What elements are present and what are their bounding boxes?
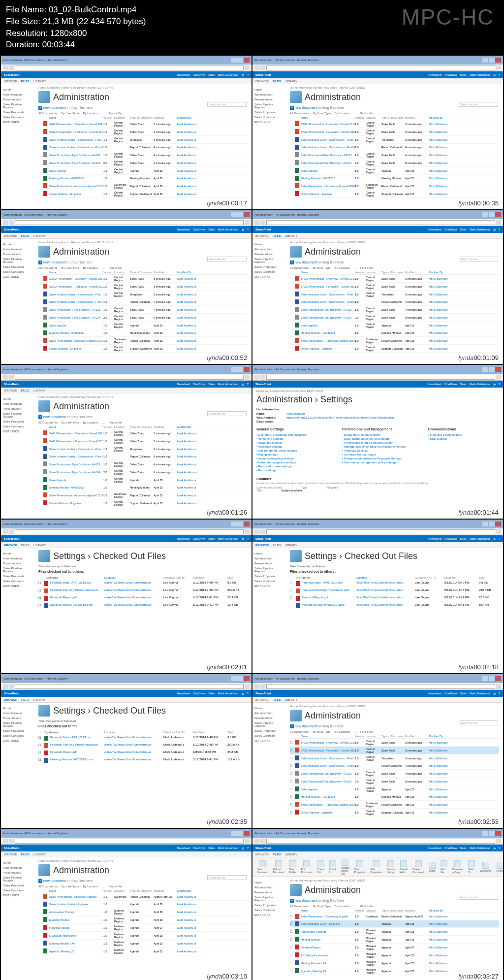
view-link[interactable]: All Documents: [290, 905, 309, 908]
table-row[interactable]: SAEU Presentation - Overview - Overall 2…: [38, 429, 248, 437]
modifiedby-cell[interactable]: Mark Abdelnour: [429, 954, 453, 957]
newsfeed-link[interactable]: Newsfeed: [177, 692, 190, 695]
view-link[interactable]: By User Type: [62, 112, 79, 115]
checked-out-to[interactable]: Lee Gayna: [415, 596, 444, 601]
minimize-button[interactable]: [482, 831, 488, 836]
sidebar-item[interactable]: Sales Proposals: [254, 110, 284, 115]
column-header[interactable]: Location: [114, 271, 130, 274]
settings-link[interactable]: • List name, description and navigation: [256, 433, 327, 437]
gear-icon[interactable]: ⚙: [493, 73, 496, 77]
table-row[interactable]: ☐Sales Promotional Flyer Brochure - AA12…: [290, 778, 499, 785]
tab-browse[interactable]: BROWSE: [4, 698, 17, 701]
view-link[interactable]: By Location: [83, 885, 98, 888]
sidebar-item[interactable]: Sales Contracts: [3, 424, 32, 429]
column-header[interactable]: [43, 116, 49, 119]
col-name[interactable]: Title: [256, 489, 261, 492]
location-link[interactable]: /sites/TwoTrees/Lists/Administration: [104, 736, 163, 741]
file-name-link[interactable]: Sales Presentation - Accessory Apparel 2…: [301, 803, 355, 806]
window-controls[interactable]: [231, 831, 250, 836]
table-row[interactable]: Sales Presentation - Accessory Apparel 2…: [38, 491, 248, 499]
settings-link[interactable]: • Permissions for this document library: [342, 441, 413, 445]
modifiedby-cell[interactable]: Mark Abdelnour: [177, 331, 202, 334]
maximize-button[interactable]: [489, 831, 495, 836]
modifiedby-cell[interactable]: Mark Abdelnour: [429, 803, 453, 806]
sidebar-item[interactable]: Administration: [254, 92, 284, 97]
location-link[interactable]: /sites/TwoTrees/Lists/Administration: [104, 588, 163, 594]
file-name-link[interactable]: Sales Invitation Letter - Submissions - …: [49, 448, 103, 451]
file-name-link[interactable]: Meeting Minutes: [301, 938, 355, 941]
window-controls[interactable]: [231, 58, 250, 63]
file-name-link[interactable]: Sales Invitation Letter - Engineer: [49, 903, 103, 906]
row-checkbox[interactable]: ☐: [38, 758, 44, 763]
view-link[interactable]: By User Type: [313, 266, 331, 269]
location-link[interactable]: /sites/TwoTrees/Lists/Administration: [356, 588, 415, 594]
modifiedby-cell[interactable]: Mark Abdelnour: [429, 293, 453, 296]
modifiedby-cell[interactable]: Mark Abdelnour: [429, 930, 453, 933]
table-row[interactable]: Accessories Training1.0Midwest RegionAge…: [38, 908, 248, 916]
sidebar-item[interactable]: Presentations: [254, 252, 284, 257]
file-name[interactable]: Financial Planning Presentation.pptx: [302, 588, 356, 594]
view-link[interactable]: ...: [102, 885, 105, 888]
close-button[interactable]: [244, 522, 250, 526]
newsfeed-link[interactable]: Newsfeed: [177, 228, 190, 231]
address-bar[interactable]: [266, 220, 495, 225]
ribbon-button[interactable]: Delete Document: [411, 860, 425, 874]
modifiedby-cell[interactable]: Mark Abdelnour: [429, 177, 453, 180]
column-header[interactable]: Name: [50, 731, 104, 734]
table-row[interactable]: Online Webinar - Engineer1.0Central Regi…: [290, 190, 499, 198]
file-name-link[interactable]: Sales Promotional Flyer Brochure - AA124: [49, 162, 103, 164]
file-name[interactable]: Meeting Minutes 04082013.docx: [50, 603, 104, 609]
address-bar[interactable]: [266, 684, 495, 689]
table-row[interactable]: E-Catalog Accessories1.0Midwest RegionAg…: [38, 932, 248, 940]
sidebar-item[interactable]: EDIT LINKS: [254, 584, 284, 588]
column-header[interactable]: [38, 425, 43, 428]
column-header[interactable]: Checked Out To: [415, 576, 444, 579]
sidebar-item[interactable]: Presentations: [254, 890, 284, 895]
sidebar-item[interactable]: Presentations: [3, 97, 32, 102]
minimize-button[interactable]: [231, 676, 237, 681]
tab-files[interactable]: FILES: [21, 234, 30, 237]
column-header[interactable]: Modified: [154, 116, 177, 119]
table-row[interactable]: Sales Invitation Letter - Submissions - …: [290, 136, 499, 144]
minimize-button[interactable]: [231, 522, 237, 526]
row-checkbox[interactable]: ☐: [290, 588, 296, 594]
table-row[interactable]: Sales Agenda1.0Central RegionAgendaApril…: [290, 322, 499, 329]
file-name-link[interactable]: SAEU Presentation - Forecasts - Overall …: [301, 131, 355, 133]
sidebar-item[interactable]: EDIT LINKS: [3, 120, 32, 125]
sidebar-item[interactable]: Administration: [3, 865, 32, 870]
modifiedby-cell[interactable]: Mark Abdelnour: [177, 347, 202, 350]
column-header[interactable]: [38, 271, 43, 274]
column-header[interactable]: Name: [49, 271, 103, 274]
view-link[interactable]: Find a file: [360, 905, 373, 908]
column-header[interactable]: Modified By: [429, 909, 453, 912]
column-header[interactable]: Modified By: [177, 271, 202, 274]
sidebar-item[interactable]: EDIT LINKS: [254, 913, 284, 917]
view-link[interactable]: ...: [102, 112, 105, 115]
modifiedby-cell[interactable]: Mark Abdelnour: [429, 757, 453, 760]
minimize-button[interactable]: [231, 58, 237, 63]
minimize-button[interactable]: [482, 676, 488, 681]
user-name[interactable]: Mark Abdelnour: [470, 847, 490, 849]
ribbon-button[interactable]: View Properties: [353, 860, 367, 874]
checked-out-to[interactable]: Mark Abdelnour: [163, 758, 193, 763]
settings-link[interactable]: • Audience targeting settings: [256, 457, 327, 460]
help-icon[interactable]: ?: [499, 537, 500, 540]
minimize-button[interactable]: [231, 831, 237, 836]
table-row[interactable]: Sales Presentation - Accessory Apparel 2…: [38, 337, 248, 345]
table-row[interactable]: Sales Promotional Flyer Brochure - AA123…: [290, 151, 499, 159]
settings-link[interactable]: • Form settings: [256, 468, 327, 472]
user-name[interactable]: Mark Abdelnour: [218, 847, 239, 849]
view-link[interactable]: By Location: [83, 112, 98, 115]
column-header[interactable]: Name: [49, 425, 103, 428]
table-row[interactable]: Sales Invitation Letter - Submissions - …: [38, 445, 248, 453]
sidebar-item[interactable]: Sales Contracts: [3, 579, 32, 584]
table-row[interactable]: Sales Presentation - Accessory Apparel 2…: [38, 182, 248, 190]
gear-icon[interactable]: ⚙: [493, 228, 496, 231]
file-name[interactable]: Financial Planning Presentation.pptx: [50, 743, 104, 749]
file-name-link[interactable]: Sales Invitation Letter - Submissions - …: [301, 293, 355, 296]
refresh-button[interactable]: [496, 839, 501, 844]
checked-out-to[interactable]: Lee Gayna: [163, 581, 193, 587]
row-checkbox[interactable]: ☐: [290, 811, 295, 814]
sidebar-item[interactable]: Sales Contracts: [3, 115, 32, 120]
file-name[interactable]: Meeting Minutes 04082013.docx: [50, 758, 104, 763]
